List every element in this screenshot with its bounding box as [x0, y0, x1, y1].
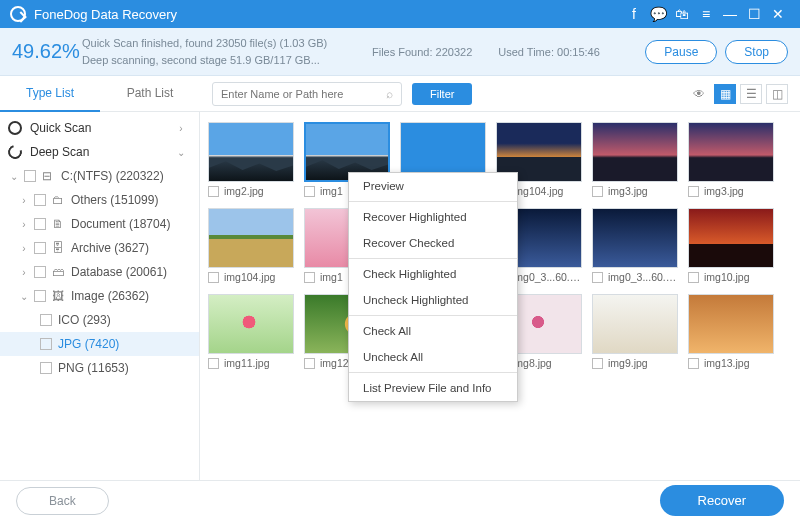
view-grid-icon[interactable]: ▦ [714, 84, 736, 104]
checkbox[interactable] [208, 358, 219, 369]
file-card[interactable]: img11.jpg [208, 294, 294, 372]
ctx-recover-checked[interactable]: Recover Checked [349, 230, 517, 256]
tree-png[interactable]: PNG (11653) [0, 356, 199, 380]
checkbox[interactable] [688, 272, 699, 283]
checkbox[interactable] [40, 314, 52, 326]
separator [349, 315, 517, 316]
thumbnail[interactable] [592, 294, 678, 354]
close-icon[interactable]: ✕ [766, 6, 790, 22]
file-card[interactable]: img3.jpg [592, 122, 678, 200]
ctx-uncheck-all[interactable]: Uncheck All [349, 344, 517, 370]
thumbnail[interactable] [688, 122, 774, 182]
file-name: img1 [320, 185, 343, 197]
tree-image[interactable]: ⌄🖼Image (26362) [0, 284, 199, 308]
view-list-icon[interactable]: ☰ [740, 84, 762, 104]
checkbox[interactable] [34, 242, 46, 254]
file-grid: img2.jpg img1 img104.jpg img3.jpg img3.j… [200, 112, 800, 480]
view-detail-icon[interactable]: ◫ [766, 84, 788, 104]
checkbox[interactable] [208, 272, 219, 283]
file-name: img3.jpg [704, 185, 744, 197]
filter-button[interactable]: Filter [412, 83, 472, 105]
checkbox[interactable] [34, 218, 46, 230]
checkbox[interactable] [34, 194, 46, 206]
drive-icon: ⊟ [42, 169, 56, 183]
checkbox[interactable] [688, 186, 699, 197]
chevron-down-icon: ⌄ [18, 291, 30, 302]
checkbox[interactable] [592, 186, 603, 197]
checkbox[interactable] [208, 186, 219, 197]
menu-icon[interactable]: ≡ [694, 6, 718, 22]
stop-button[interactable]: Stop [725, 40, 788, 64]
file-name: img13.jpg [704, 357, 750, 369]
tree-others[interactable]: ›🗀Others (151099) [0, 188, 199, 212]
file-name: img0_3...60.jpg [512, 271, 582, 283]
file-card[interactable]: img104.jpg [208, 208, 294, 286]
status-messages: Quick Scan finished, found 23050 file(s)… [82, 35, 372, 68]
checkbox[interactable] [34, 266, 46, 278]
checkbox[interactable] [304, 358, 315, 369]
tree-deep-scan[interactable]: Deep Scan⌄ [0, 140, 199, 164]
back-button[interactable]: Back [16, 487, 109, 515]
tree-document[interactable]: ›🗎Document (18704) [0, 212, 199, 236]
image-icon: 🖼 [52, 289, 66, 303]
ctx-check-all[interactable]: Check All [349, 318, 517, 344]
search-input[interactable] [221, 88, 386, 100]
thumbnail[interactable] [592, 122, 678, 182]
tree-ico[interactable]: ICO (293) [0, 308, 199, 332]
checkbox[interactable] [40, 338, 52, 350]
minimize-icon[interactable]: — [718, 6, 742, 22]
status-line-1: Quick Scan finished, found 23050 file(s)… [82, 35, 372, 52]
file-name: img0_3...60.jpg [608, 271, 678, 283]
maximize-icon[interactable]: ☐ [742, 6, 766, 22]
thumbnail[interactable] [208, 122, 294, 182]
checkbox[interactable] [304, 186, 315, 197]
tree-database[interactable]: ›🗃Database (20061) [0, 260, 199, 284]
ctx-check-highlighted[interactable]: Check Highlighted [349, 261, 517, 287]
ctx-preview[interactable]: Preview [349, 173, 517, 199]
checkbox[interactable] [592, 272, 603, 283]
checkbox[interactable] [24, 170, 36, 182]
preview-toggle-icon[interactable]: 👁 [688, 84, 710, 104]
ctx-recover-highlighted[interactable]: Recover Highlighted [349, 204, 517, 230]
checkbox[interactable] [592, 358, 603, 369]
search-box[interactable]: ⌕ [212, 82, 402, 106]
ctx-list-info[interactable]: List Preview File and Info [349, 375, 517, 401]
file-card[interactable]: img10.jpg [688, 208, 774, 286]
search-icon[interactable]: ⌕ [386, 87, 393, 101]
file-name: img10.jpg [704, 271, 750, 283]
cart-icon[interactable]: 🛍 [670, 6, 694, 22]
recover-button[interactable]: Recover [660, 485, 784, 516]
tree-quick-scan[interactable]: Quick Scan› [0, 116, 199, 140]
feedback-icon[interactable]: 💬 [646, 6, 670, 22]
chevron-down-icon: ⌄ [8, 171, 20, 182]
tree-jpg[interactable]: JPG (7420) [0, 332, 199, 356]
checkbox[interactable] [304, 272, 315, 283]
checkbox[interactable] [40, 362, 52, 374]
sidebar: Quick Scan› Deep Scan⌄ ⌄⊟C:(NTFS) (22032… [0, 112, 200, 480]
context-menu: Preview Recover Highlighted Recover Chec… [348, 172, 518, 402]
thumbnail[interactable] [688, 294, 774, 354]
checkbox[interactable] [688, 358, 699, 369]
thumbnail[interactable] [688, 208, 774, 268]
chevron-right-icon: › [18, 219, 30, 230]
file-card[interactable]: img2.jpg [208, 122, 294, 200]
thumbnail[interactable] [592, 208, 678, 268]
tree-drive[interactable]: ⌄⊟C:(NTFS) (220322) [0, 164, 199, 188]
facebook-icon[interactable]: f [622, 6, 646, 22]
file-card[interactable]: img13.jpg [688, 294, 774, 372]
file-name: img11.jpg [224, 357, 270, 369]
file-card[interactable]: img3.jpg [688, 122, 774, 200]
ctx-uncheck-highlighted[interactable]: Uncheck Highlighted [349, 287, 517, 313]
tab-type-list[interactable]: Type List [0, 76, 100, 112]
checkbox[interactable] [34, 290, 46, 302]
thumbnail[interactable] [208, 208, 294, 268]
separator [349, 201, 517, 202]
pause-button[interactable]: Pause [645, 40, 717, 64]
thumbnail[interactable] [208, 294, 294, 354]
file-card[interactable]: img9.jpg [592, 294, 678, 372]
file-name: img104.jpg [224, 271, 275, 283]
file-card[interactable]: img0_3...60.jpg [592, 208, 678, 286]
tree-archive[interactable]: ›🗄Archive (3627) [0, 236, 199, 260]
tab-path-list[interactable]: Path List [100, 76, 200, 112]
separator [349, 372, 517, 373]
